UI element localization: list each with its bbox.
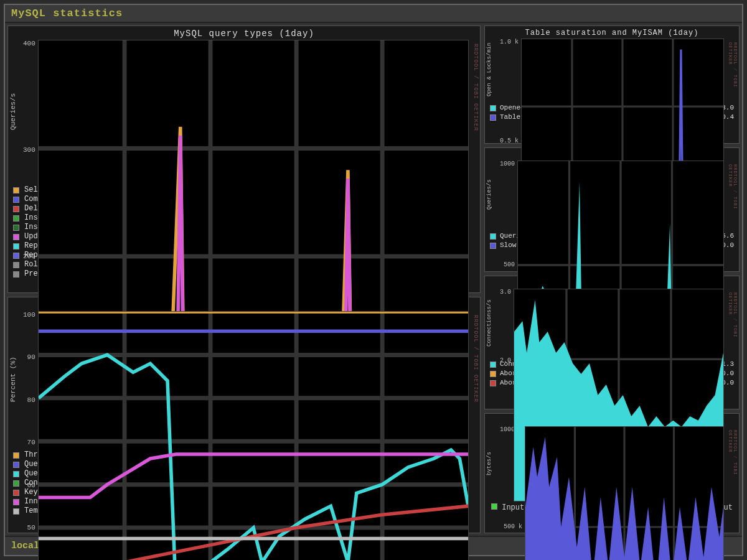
chart-title: MySQL query types (1day)	[8, 26, 480, 40]
app-frame: MySQL statistics MySQL query types (1day…	[4, 4, 743, 556]
rrdtool-credit: RRDTOOL / TOBI OETIKER	[726, 426, 739, 501]
right-column: Table saturation and MyISAM (1day) Open …	[484, 26, 740, 533]
y-axis-label: Queries/s	[8, 40, 21, 183]
rrdtool-credit: RRDTOOL / TOBI OETIKER	[726, 39, 739, 101]
left-column: MySQL query types (1day) Queries/s 40030…	[7, 26, 481, 533]
panel-connections: MySQL connections (1day) Connectionss/s …	[484, 276, 740, 409]
y-axis-label: Connectionss/s	[485, 289, 497, 357]
dashboard-body: MySQL query types (1day) Queries/s 40030…	[5, 23, 742, 536]
panel-table-saturation: Table saturation and MyISAM (1day) Open …	[484, 26, 740, 144]
chart-plot-overall-stats	[38, 311, 469, 560]
y-axis-label: Open & Locks/min	[485, 39, 497, 101]
panel-queries: MySQL queries (1day) Queries/s 10005000	[484, 147, 740, 272]
y-axis-label: bytes/s	[485, 426, 497, 501]
rrdtool-credit: RRDTOOL / TOBI OETIKER	[726, 161, 739, 229]
chart-title: Table saturation and MyISAM (1day)	[485, 26, 739, 39]
y-axis-label: Queries/s	[485, 161, 497, 229]
rrdtool-credit: RRDTOOL / TOBI OETIKER	[471, 311, 480, 448]
y-axis-label: Percent (%)	[8, 311, 21, 448]
rrdtool-credit: RRDTOOL / TOBI OETIKER	[471, 40, 480, 183]
page-title: MySQL statistics	[5, 5, 742, 23]
chart-plot-traffic	[525, 426, 724, 560]
y-ticks: 1009080706050403020100	[23, 311, 38, 560]
panel-overall-stats: MySQL overall stats (1day) Percent (%) 1…	[7, 297, 481, 533]
panel-query-types: MySQL query types (1day) Queries/s 40030…	[7, 26, 481, 293]
rrdtool-credit: RRDTOOL / TOBI OETIKER	[726, 289, 739, 357]
